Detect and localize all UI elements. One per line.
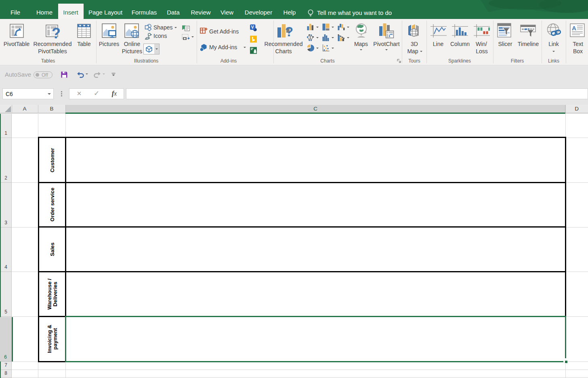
svg-text:V: V: [251, 25, 254, 29]
svg-text:?: ?: [285, 24, 293, 39]
svg-text:?: ?: [52, 25, 61, 40]
svg-text:A: A: [572, 25, 576, 31]
